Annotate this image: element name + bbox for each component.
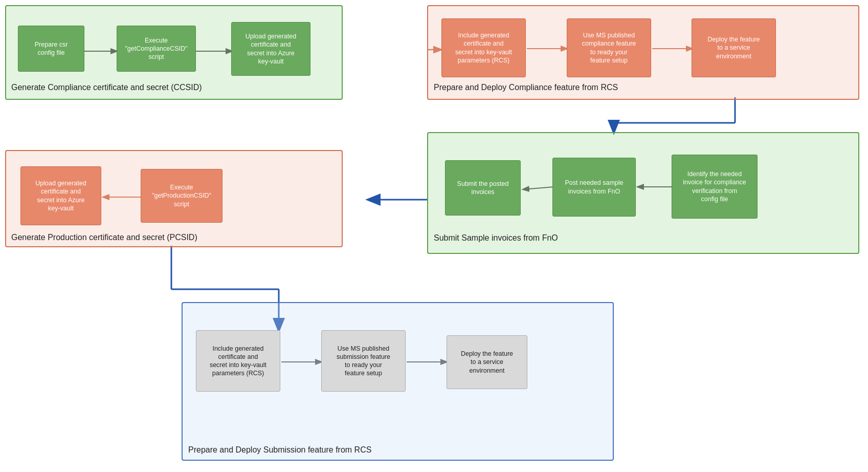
node-upload-cert-azure: Upload generatedcertificate andsecret in… [231,22,310,76]
group-ccsid-label: Generate Compliance certificate and secr… [11,83,202,92]
node-deploy-service-env-1: Deploy the featureto a serviceenvironmen… [692,18,776,77]
node-prepare-csr: Prepare csrconfig file [18,26,84,72]
group-rcs-compliance-label: Prepare and Deploy Compliance feature fr… [434,83,618,92]
node-post-sample: Post needed sampleinvoices from FnO [552,158,636,217]
node-include-cert-keyvault-sub: Include generatedcertificate andsecret i… [196,330,280,392]
node-submit-posted: Submit the postedinvoices [445,160,521,216]
group-pcsid-label: Generate Production certificate and secr… [11,233,197,242]
node-upload-cert-azure-pcsid: Upload generatedcertificate andsecret in… [20,166,101,225]
node-use-ms-submission: Use MS publishedsubmission featureto rea… [321,330,406,392]
node-use-ms-compliance: Use MS publishedcompliance featureto rea… [567,18,651,77]
diagram-container: Generate Compliance certificate and secr… [0,0,868,472]
node-deploy-service-env-2: Deploy the featureto a serviceenvironmen… [447,335,527,389]
node-identify-invoice: Identify the neededinvoice for complianc… [672,155,758,219]
group-submission-rcs-label: Prepare and Deploy Submission feature fr… [188,445,371,455]
group-submit-fno-label: Submit Sample invoices from FnO [434,233,558,243]
node-execute-compliance-csid: Execute"getComplianceCSID"script [117,26,196,72]
node-execute-production-csid: Execute"getProductionCSID"script [141,169,222,223]
node-include-cert-keyvault: Include generatedcertificate andsecret i… [441,18,526,77]
